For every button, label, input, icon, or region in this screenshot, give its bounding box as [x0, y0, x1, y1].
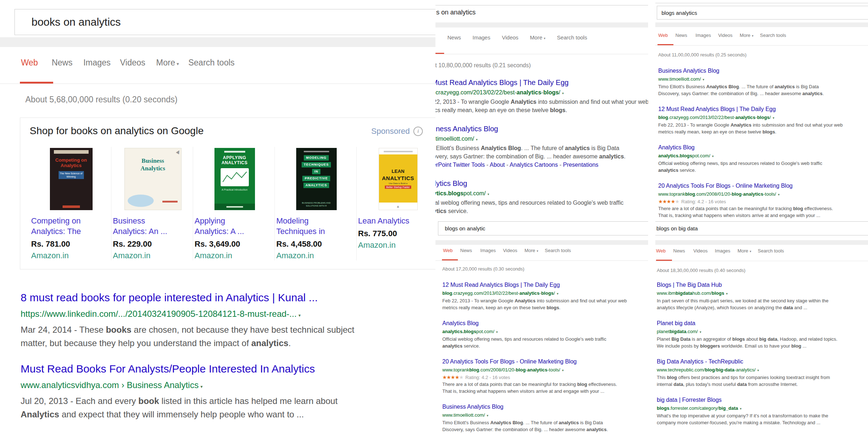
result-title-link[interactable]: 12 Must Read Analytics Blogs | The Daily… [442, 281, 627, 289]
search-result: 20 Analytics Tools For Blogs - Online Ma… [658, 182, 843, 219]
tab-web[interactable]: Web [443, 248, 453, 253]
tab-more[interactable]: More▾ [530, 34, 545, 41]
result-snippet-line: matter, but because they help you unders… [21, 336, 437, 350]
result-title-link[interactable]: Blogs | The Big Data Hub [657, 281, 837, 289]
tab-news[interactable]: News [52, 58, 73, 68]
book-cover[interactable]: MODELING TECHNIQUES IN PREDICTIVE ANALYT… [276, 147, 356, 211]
result-url: analytics.blogspot.com/▾ [435, 189, 648, 199]
tab-images[interactable]: Images [480, 248, 496, 253]
tab-news[interactable]: News [673, 248, 685, 254]
search-box[interactable]: books on analytics [14, 9, 437, 35]
search-input[interactable]: books on analytics [15, 16, 121, 28]
tab-videos[interactable]: Videos [503, 248, 518, 253]
tab-news[interactable]: News [460, 248, 472, 253]
tab-videos[interactable]: Videos [120, 58, 145, 68]
product-card[interactable]: APPLYING ANALYTICS A Practical Introduct… [193, 147, 275, 260]
url-dropdown-icon[interactable]: ▾ [778, 193, 780, 196]
url-dropdown-icon[interactable]: ▾ [562, 92, 564, 95]
tab-bar: Web News Images Videos More▾ Search tool… [443, 248, 571, 253]
tab-more[interactable]: More▾ [156, 58, 179, 68]
search-box[interactable]: blogs on analytic [438, 221, 648, 235]
product-card[interactable]: MODELING TECHNIQUES IN PREDICTIVE ANALYT… [275, 147, 357, 260]
result-title-link[interactable]: Must Read Books For Analysts/People Inte… [21, 362, 437, 375]
result-url: planetbigdata.com/▾ [657, 328, 837, 336]
tab-search-tools[interactable]: Search tools [188, 58, 235, 68]
tab-web[interactable]: Web [658, 33, 668, 38]
product-title-link[interactable]: Modeling Techniques in [276, 216, 338, 237]
tab-images[interactable]: Images [715, 248, 731, 254]
book-cover[interactable]: ▶ Business Analytics [113, 147, 193, 211]
product-card[interactable]: LEAN ANALYTICS Use Data to Build a Bette… [357, 147, 437, 260]
result-title-link[interactable]: 20 Analytics Tools For Blogs - Online Ma… [658, 182, 843, 190]
tab-images[interactable]: Images [473, 34, 490, 41]
url-dropdown-icon[interactable]: ▾ [562, 369, 564, 372]
url-dropdown-icon[interactable]: ▾ [757, 369, 759, 372]
book-cover[interactable]: APPLYING ANALYTICS A Practical Introduct… [195, 147, 275, 211]
book-cover[interactable]: LEAN ANALYTICS Use Data to Build a Bette… [358, 147, 437, 211]
url-dropdown-icon[interactable]: ▾ [298, 313, 301, 318]
url-dropdown-icon[interactable]: ▾ [496, 330, 498, 334]
result-title-link[interactable]: Analytics Blog [658, 144, 843, 151]
url-dropdown-icon[interactable]: ▾ [699, 330, 701, 334]
book-cover[interactable]: Competing on Analytics The New Science o… [31, 147, 111, 211]
search-box[interactable]: blogs on big data [655, 221, 868, 235]
product-card[interactable]: Competing on Analytics The New Science o… [30, 147, 111, 260]
result-title-link[interactable]: Big Data Analytics - TechRepublic [657, 358, 837, 365]
tab-videos[interactable]: Videos [693, 248, 708, 254]
tab-search-tools[interactable]: Search tools [545, 248, 571, 253]
tab-videos[interactable]: Videos [718, 33, 733, 38]
tab-more[interactable]: More▾ [740, 33, 753, 38]
result-sitelinks[interactable]: PowerPoint Twitter Tools - About - Analy… [435, 161, 648, 169]
product-title-link[interactable]: Competing on Analytics: The [31, 216, 93, 237]
url-dropdown-icon[interactable]: ▾ [557, 292, 558, 295]
search-box[interactable]: blogs analytics [657, 6, 868, 20]
url-dropdown-icon[interactable]: ▾ [476, 138, 478, 141]
tab-search-tools[interactable]: Search tools [557, 34, 587, 41]
url-dropdown-icon[interactable]: ▾ [712, 154, 714, 158]
tab-search-tools[interactable]: Search tools [760, 33, 786, 38]
url-dropdown-icon[interactable]: ▾ [200, 384, 203, 389]
search-input[interactable]: blogs on big data [655, 225, 698, 231]
tab-more[interactable]: More▾ [524, 248, 538, 253]
tab-videos[interactable]: Videos [502, 34, 519, 41]
tab-web[interactable]: Web [21, 58, 38, 68]
result-rating: ★★★★★Rating: 4.2 - 16 votes [442, 374, 627, 381]
url-dropdown-icon[interactable]: ▾ [740, 407, 742, 410]
tab-images[interactable]: Images [695, 33, 711, 38]
info-icon[interactable]: i [413, 127, 423, 136]
search-input[interactable]: s on analytics [436, 9, 476, 16]
product-title-link[interactable]: Lean Analytics [358, 216, 409, 226]
result-title-link[interactable]: 20 Analytics Tools For Blogs - Online Ma… [442, 358, 627, 365]
result-title-link[interactable]: 12 Must Read Analytics Blogs | The Daily… [435, 78, 648, 87]
search-input[interactable]: blogs on analytic [438, 225, 485, 231]
result-title-link[interactable]: Analytics Blog [442, 320, 627, 327]
url-dropdown-icon[interactable]: ▾ [703, 78, 705, 81]
result-title-link[interactable]: 8 must read books for people interested … [21, 291, 437, 304]
search-input[interactable]: blogs analytics [657, 10, 697, 16]
result-title-link[interactable]: big data | Forrester Blogs [657, 396, 837, 404]
result-snippet-line: Timo Elliott's Business Analytics Blog. … [442, 419, 627, 426]
product-title-link[interactable]: Applying Analytics: A ... [195, 216, 256, 237]
url-dropdown-icon[interactable]: ▾ [773, 116, 774, 120]
result-snippet-line: There are a lot of data points that can … [442, 381, 627, 388]
tab-more[interactable]: More▾ [737, 248, 751, 254]
header-band [435, 22, 648, 27]
result-title-link[interactable]: Analytics Blog [435, 179, 648, 188]
url-dropdown-icon[interactable]: ▾ [726, 292, 728, 295]
tab-images[interactable]: Images [83, 58, 110, 68]
tab-news[interactable]: News [676, 33, 688, 38]
result-title-link[interactable]: Business Analytics Blog [658, 67, 843, 75]
product-title-link[interactable]: Business Analytics: An ... [113, 216, 174, 237]
result-title-link[interactable]: Business Analytics Blog [435, 124, 648, 133]
tab-web[interactable]: Web [656, 248, 666, 254]
tab-search-tools[interactable]: Search tools [758, 248, 784, 254]
result-title-link[interactable]: 12 Must Read Analytics Blogs | The Daily… [658, 106, 843, 113]
tab-news[interactable]: News [447, 34, 461, 41]
result-snippet-line: What's the top imperative at your compan… [657, 412, 837, 419]
url-dropdown-icon[interactable]: ▾ [488, 192, 489, 196]
result-title-link[interactable]: Business Analytics Blog [442, 403, 627, 410]
search-result: 20 Analytics Tools For Blogs - Online Ma… [442, 358, 627, 395]
url-dropdown-icon[interactable]: ▾ [487, 414, 489, 417]
product-card[interactable]: ▶ Business Analytics Business Analytics:… [111, 147, 193, 260]
result-title-link[interactable]: Planet big data [657, 320, 837, 327]
